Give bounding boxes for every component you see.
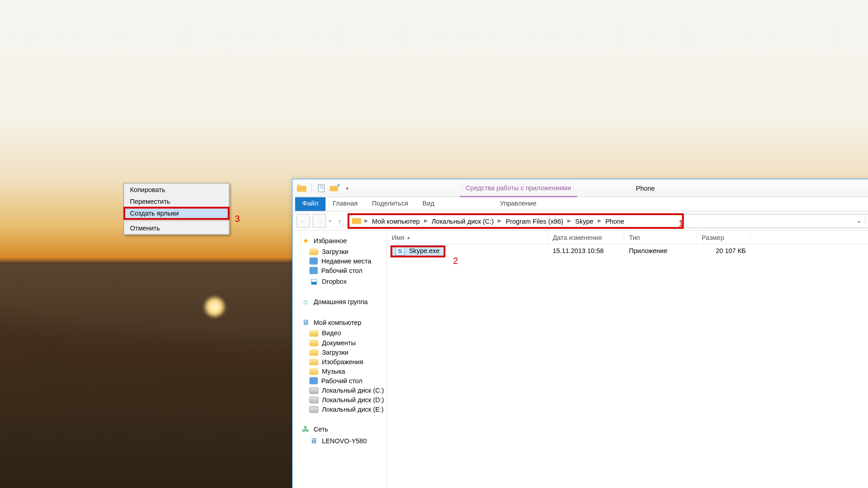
sort-asc-icon: ▲ [406, 235, 411, 240]
crumb-computer[interactable]: Мой компьютер [370, 217, 422, 225]
col-name[interactable]: Имя▲ [387, 231, 548, 244]
nav-host[interactable]: 🖥LENOVO-Y580 [301, 436, 387, 446]
svg-text:✶: ✶ [336, 184, 340, 189]
qat-dropdown-icon[interactable]: ▾ [342, 183, 353, 193]
new-folder-icon[interactable]: ✶ [329, 183, 340, 193]
col-size[interactable]: Размер [697, 231, 751, 244]
titlebar[interactable]: ✶ ▾ Средства работы с приложениями Phone… [292, 179, 868, 197]
nav-favorites[interactable]: ★Избранное [301, 235, 387, 246]
crumb-skype[interactable]: Skype [573, 217, 595, 225]
annotation-highlight-file [391, 245, 445, 257]
column-headers[interactable]: Имя▲ Дата изменения Тип Размер [387, 231, 868, 244]
menu-create-shortcuts[interactable]: Создать ярлыки [124, 207, 229, 219]
nav-drive-e[interactable]: Локальный диск (E:) [301, 405, 387, 413]
address-drop-icon[interactable]: ⌄ [854, 217, 863, 225]
quick-access-toolbar: ✶ ▾ [292, 183, 353, 193]
annotation-1: 1 [679, 218, 684, 228]
history-dropdown-icon[interactable]: ▾ [329, 218, 332, 224]
crumb-pf[interactable]: Program Files (x86) [504, 217, 565, 225]
svg-rect-3 [320, 186, 323, 186]
cell-modified: 15.11.2013 10:58 [548, 247, 609, 254]
nav-downloads2[interactable]: Загрузки [301, 348, 387, 356]
breadcrumb-sep-icon[interactable]: ▶ [596, 218, 602, 224]
tab-share[interactable]: Поделиться [365, 197, 415, 211]
explorer-window: ✶ ▾ Средства работы с приложениями Phone… [292, 179, 868, 488]
nav-desktop[interactable]: Рабочий стол [301, 266, 387, 274]
tab-file[interactable]: Файл [295, 197, 326, 211]
nav-computer[interactable]: 🖥Мой компьютер [301, 316, 387, 328]
refresh-icon[interactable]: ⟳ [865, 217, 868, 225]
nav-pictures[interactable]: Изображения [301, 357, 387, 366]
wallpaper-sun [203, 295, 226, 319]
menu-move[interactable]: Переместить [124, 196, 229, 207]
properties-icon[interactable] [316, 183, 327, 193]
breadcrumb-sep-icon[interactable]: ▶ [497, 218, 503, 224]
cell-size: 20 107 КБ [697, 247, 751, 254]
breadcrumb-sep-icon[interactable]: ▶ [423, 218, 429, 224]
forward-button[interactable]: → [312, 214, 326, 227]
menu-copy[interactable]: Копировать [124, 183, 229, 195]
nav-videos[interactable]: Видео [301, 329, 387, 337]
tab-home[interactable]: Главная [326, 197, 365, 211]
back-button[interactable]: ← [296, 214, 310, 227]
nav-documents[interactable]: Документы [301, 338, 387, 347]
location-folder-icon [351, 216, 362, 226]
address-bar[interactable]: ▶ Мой компьютер ▶ Локальный диск (C:) ▶ … [348, 214, 868, 228]
nav-desktop2[interactable]: Рабочий стол [301, 376, 387, 385]
window-title: Phone [292, 184, 868, 192]
nav-music[interactable]: Музыка [301, 367, 387, 375]
svg-rect-7 [352, 218, 361, 224]
nav-recent[interactable]: Недавние места [301, 257, 387, 265]
file-row[interactable]: Skype.exe 15.11.2013 10:58 Приложение 20… [387, 244, 868, 258]
crumb-c[interactable]: Локальный диск (C:) [430, 217, 495, 225]
cell-type: Приложение [624, 247, 672, 254]
breadcrumb-sep-icon[interactable]: ▶ [566, 218, 572, 224]
ribbon-tabs: Файл Главная Поделиться Вид Управление ⌄… [292, 197, 868, 211]
ribbon-context-tab[interactable]: Средства работы с приложениями [460, 179, 577, 197]
crumb-phone[interactable]: Phone [604, 217, 626, 225]
nav-drive-d[interactable]: Локальный диск (D:) [301, 396, 387, 404]
nav-dropbox[interactable]: ⬓Dropbox [301, 276, 387, 286]
nav-network[interactable]: 🖧Сеть [301, 423, 387, 434]
tab-manage[interactable]: Управление [493, 197, 543, 211]
file-list: Имя▲ Дата изменения Тип Размер Skype.exe… [387, 231, 868, 488]
annotation-2: 2 [453, 256, 458, 266]
annotation-3: 3 [235, 213, 240, 223]
nav-drive-c[interactable]: Локальный диск (C:) [301, 386, 387, 394]
breadcrumb-sep-icon[interactable]: ▶ [363, 218, 369, 224]
nav-toolbar: ← → ▾ ↑ ▶ Мой компьютер ▶ Локальный диск… [292, 211, 868, 230]
tab-view[interactable]: Вид [415, 197, 442, 211]
up-button[interactable]: ↑ [334, 217, 345, 225]
nav-homegroup[interactable]: ⌂Домашняя группа [301, 296, 387, 307]
svg-rect-4 [320, 188, 323, 188]
svg-rect-1 [297, 184, 301, 187]
menu-separator [124, 221, 229, 221]
folder-icon [296, 183, 307, 193]
drag-context-menu: Копировать Переместить Создать ярлыки От… [123, 183, 230, 235]
col-modified[interactable]: Дата изменения [548, 231, 624, 244]
menu-cancel[interactable]: Отменить [124, 222, 229, 234]
navigation-pane: ★Избранное Загрузки Недавние места Рабоч… [292, 231, 387, 488]
nav-downloads[interactable]: Загрузки [301, 247, 387, 255]
col-type[interactable]: Тип [624, 231, 697, 244]
